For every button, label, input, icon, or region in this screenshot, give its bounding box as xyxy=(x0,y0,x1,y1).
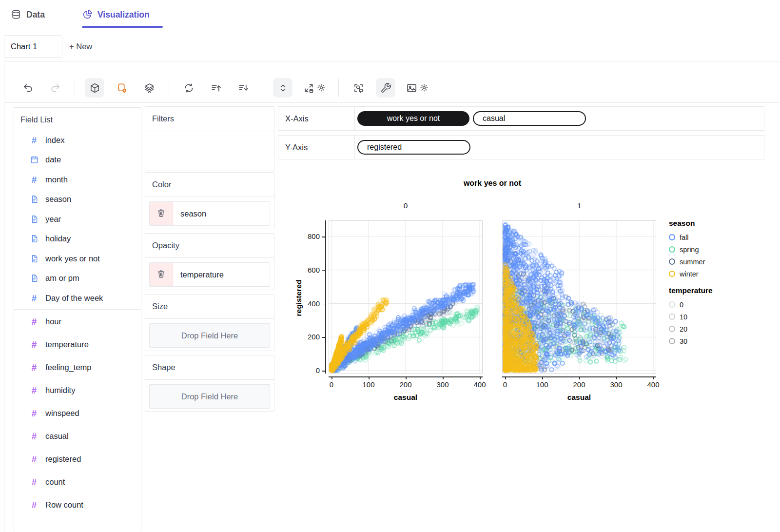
toolbar-refresh-button[interactable] xyxy=(179,78,198,98)
field-item-holiday[interactable]: holiday xyxy=(14,229,141,249)
legend-item-temp-0: 0 xyxy=(669,298,774,311)
field-item-label: month xyxy=(45,175,68,184)
hash-icon: # xyxy=(29,500,39,510)
toolbar-resize-vertical-button[interactable] xyxy=(273,78,292,98)
trash-drop-zone[interactable] xyxy=(150,202,173,225)
database-icon xyxy=(11,9,21,20)
x-axis-title: casual xyxy=(329,393,483,402)
axis-pill-casual[interactable]: casual xyxy=(473,111,586,126)
tab-data[interactable]: Data xyxy=(11,0,45,29)
field-item-count[interactable]: #count xyxy=(14,471,141,493)
y-axis-title: registered xyxy=(294,261,303,335)
toolbar-cube-button[interactable] xyxy=(85,78,104,98)
field-item-season[interactable]: season xyxy=(14,190,141,210)
legend-item-fall: fall xyxy=(669,231,774,243)
y-axis-shelf-label: Y-Axis xyxy=(278,136,355,159)
x-axis-shelf: X-Axis work yes or notcasual xyxy=(278,106,764,131)
field-item-month[interactable]: #month xyxy=(14,170,141,190)
mark-lightbulb-icon xyxy=(117,82,128,94)
field-item-label: count xyxy=(45,477,65,487)
field-item-feeling-temp[interactable]: #feeling_temp xyxy=(14,356,141,379)
legend-item-label: winter xyxy=(680,270,699,278)
field-item-date[interactable]: date xyxy=(14,150,141,170)
field-item-winspeed[interactable]: #winspeed xyxy=(14,402,141,425)
field-item-day-of-the-week[interactable]: #Day of the week xyxy=(14,288,141,308)
chart-tab-label: Chart 1 xyxy=(11,42,37,51)
toolbar-export-image-button[interactable] xyxy=(403,78,431,98)
axis-pill-work-yes-or-not[interactable]: work yes or not xyxy=(357,111,469,126)
field-item-registered[interactable]: #registered xyxy=(14,448,141,471)
field-item-temperature[interactable]: #temperature xyxy=(14,333,141,356)
legend-item-label: 0 xyxy=(680,301,683,309)
field-item-label: season xyxy=(45,195,71,204)
resize-vertical-icon xyxy=(277,82,289,94)
hash-icon: # xyxy=(29,477,39,487)
toolbar-sort-descending-button[interactable] xyxy=(234,78,253,98)
toolbar-redo-button[interactable] xyxy=(45,78,65,98)
toolbar-undo-button[interactable] xyxy=(18,78,38,98)
hash-icon: # xyxy=(29,363,39,372)
axis-pill-registered[interactable]: registered xyxy=(357,140,470,155)
field-item-hour[interactable]: #hour xyxy=(14,310,141,333)
export-image-icon xyxy=(406,82,417,94)
shelf-opacity: Opacitytemperature xyxy=(145,233,274,290)
hash-icon: # xyxy=(29,175,39,184)
field-item-row-count[interactable]: #Row count xyxy=(14,493,141,516)
legend-temperature-title: temperature xyxy=(669,286,774,295)
field-item-label: hour xyxy=(45,317,61,326)
field-item-label: winspeed xyxy=(45,409,79,418)
legend-ring-icon xyxy=(669,271,675,277)
field-item-label: registered xyxy=(45,454,81,464)
trash-icon xyxy=(156,269,166,280)
toolbar-divider xyxy=(338,79,339,97)
hash-icon: # xyxy=(29,454,39,464)
new-chart-tab-button[interactable]: + New xyxy=(69,35,92,58)
facet-label-0: 0 xyxy=(329,201,483,210)
toolbar-explore-focus-button[interactable] xyxy=(349,78,368,98)
calendar-icon xyxy=(29,155,39,164)
field-item-am-or-pm[interactable]: am or pm xyxy=(14,269,141,289)
field-item-label: year xyxy=(45,215,61,224)
field-item-casual[interactable]: #casual xyxy=(14,425,141,448)
legend-item-temp-20: 20 xyxy=(669,323,774,335)
toolbar-sort-ascending-button[interactable] xyxy=(206,78,226,98)
x-axis-tick xyxy=(369,376,370,379)
text-icon xyxy=(29,254,39,263)
x-axis-tick-label: 200 xyxy=(570,380,588,389)
trash-drop-zone[interactable] xyxy=(150,263,173,286)
legend-item-winter: winter xyxy=(669,268,774,280)
shelf-chip-season[interactable]: season xyxy=(149,201,270,226)
chart-title: work yes or not xyxy=(329,179,656,188)
x-axis-tick xyxy=(406,376,407,379)
field-item-label: index xyxy=(45,136,64,145)
gear-icon[interactable] xyxy=(317,83,326,92)
field-item-label: holiday xyxy=(45,234,71,243)
field-item-index[interactable]: #index xyxy=(14,130,141,150)
drop-field-zone[interactable]: Drop Field Here xyxy=(149,384,270,409)
top-nav: Data Visualization xyxy=(0,0,780,29)
x-axis-tick-label: 400 xyxy=(471,380,488,389)
toolbar-expand-button[interactable] xyxy=(300,78,329,98)
x-axis-tick-label: 300 xyxy=(434,380,451,389)
x-axis-tick xyxy=(579,376,580,379)
shelf-chip-temperature[interactable]: temperature xyxy=(149,262,270,287)
x-axis-tick-label: 200 xyxy=(397,380,414,389)
field-item-humidity[interactable]: #humidity xyxy=(14,379,141,402)
toolbar-wrench-button[interactable] xyxy=(376,78,395,98)
legend-item-summer: summer xyxy=(669,256,774,268)
toolbar-mark-lightbulb-button[interactable] xyxy=(112,78,132,98)
legend-ring-icon xyxy=(669,326,675,332)
toolbar-divider xyxy=(169,79,169,97)
new-chart-tab-label: + New xyxy=(69,42,92,51)
chart-tab[interactable]: Chart 1 xyxy=(4,35,62,58)
drop-field-zone[interactable]: Drop Field Here xyxy=(149,323,270,348)
gear-icon[interactable] xyxy=(420,83,429,92)
tab-visualization-label: Visualization xyxy=(98,10,150,20)
field-item-year[interactable]: year xyxy=(14,209,141,229)
x-axis-tick xyxy=(505,376,506,379)
field-item-work-yes-or-not[interactable]: work yes or not xyxy=(14,249,141,269)
x-axis-tick xyxy=(480,376,481,379)
hash-icon: # xyxy=(29,386,39,395)
tab-visualization[interactable]: Visualization xyxy=(82,0,150,29)
toolbar-layers-button[interactable] xyxy=(139,78,159,98)
